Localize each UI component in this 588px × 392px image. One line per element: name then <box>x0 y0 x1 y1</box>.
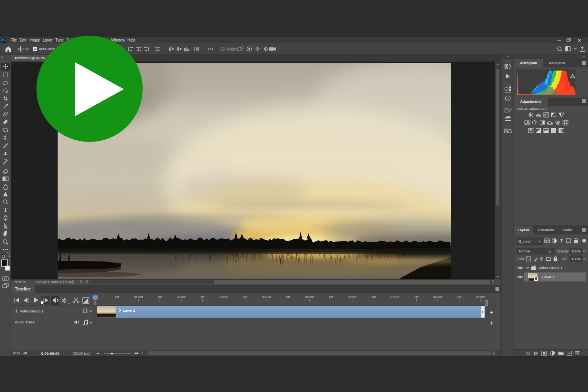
svg-text:Kind: Kind <box>523 240 530 244</box>
svg-text:T: T <box>4 207 7 213</box>
svg-text:3D Mode:: 3D Mode: <box>220 47 237 51</box>
svg-text:T: T <box>560 238 563 243</box>
svg-text:fx: fx <box>534 351 538 356</box>
